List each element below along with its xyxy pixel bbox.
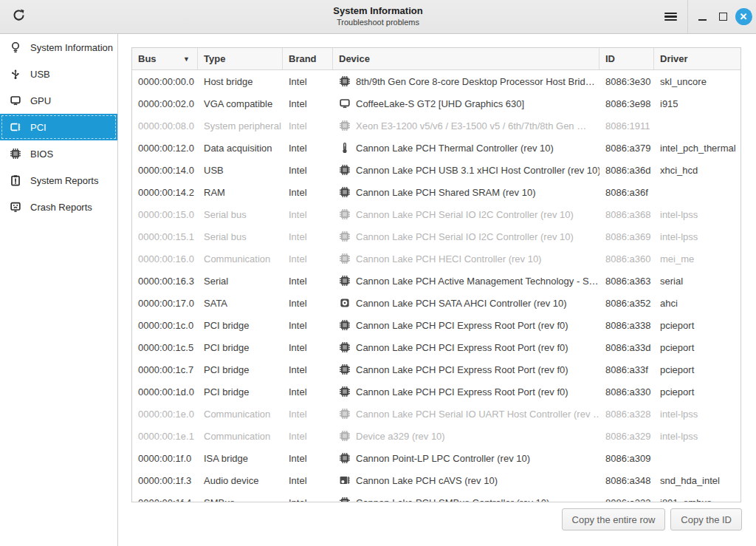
device-label: Device a329 (rev 10)	[356, 431, 445, 442]
table-row[interactable]: 0000:00:1f.0 ISA bridge Intel Cannon Poi…	[132, 447, 740, 469]
device-label: Cannon Lake PCH Serial IO UART Host Cont…	[356, 409, 599, 420]
cell-device: Device a329 (rev 10)	[333, 430, 599, 442]
table-row[interactable]: 0000:00:1c.7 PCI bridge Intel Cannon Lak…	[132, 358, 740, 381]
chip-icon	[339, 275, 351, 287]
table-row[interactable]: 0000:00:14.0 USB Intel Cannon Lake PCH U…	[132, 159, 740, 181]
chip-icon	[339, 231, 351, 242]
cell-brand: Intel	[283, 491, 333, 502]
cell-device: Cannon Lake PCH PCI Express Root Port (r…	[333, 319, 599, 331]
sidebar-item-system-information[interactable]: System Information	[0, 34, 117, 61]
cell-id: 8086:a33f	[599, 364, 654, 375]
chip-icon	[339, 386, 351, 397]
cell-device: 8th/9th Gen Core 8-core Desktop Processo…	[333, 75, 599, 87]
table-row[interactable]: 0000:00:00.0 Host bridge Intel 8th/9th G…	[132, 70, 740, 92]
sidebar-item-system-reports[interactable]: System Reports	[0, 167, 117, 194]
chip-icon	[339, 496, 351, 502]
device-label: Cannon Lake PCH Serial IO I2C Controller…	[356, 209, 574, 220]
cell-driver: intel-lpss	[654, 409, 740, 420]
table-row[interactable]: 0000:00:1e.0 Communication Intel Cannon …	[132, 403, 740, 425]
column-header-type[interactable]: Type	[198, 48, 283, 69]
device-label: Xeon E3-1200 v5/v6 / E3-1500 v5 / 6th/7t…	[356, 120, 586, 132]
refresh-button[interactable]	[7, 6, 30, 28]
device-label: Cannon Lake PCH SMBus Controller (rev 10…	[356, 497, 549, 503]
device-label: Cannon Lake PCH Thermal Controller (rev …	[356, 143, 554, 154]
cell-bus: 0000:00:1e.1	[132, 431, 198, 442]
close-button[interactable]: ✕	[732, 6, 755, 28]
maximize-icon	[719, 13, 727, 21]
table-row[interactable]: 0000:00:12.0 Data acquisition Intel Cann…	[132, 137, 740, 159]
cell-type: PCI bridge	[198, 342, 283, 353]
column-header-bus[interactable]: Bus ▼	[132, 48, 198, 69]
cell-brand: Intel	[283, 276, 333, 287]
cell-id: 8086:a309	[599, 453, 654, 464]
cell-bus: 0000:00:1f.4	[132, 491, 198, 502]
device-label: Cannon Lake PCH HECI Controller (rev 10)	[356, 253, 541, 265]
table-row[interactable]: 0000:00:1f.3 Audio device Intel Cannon L…	[132, 469, 740, 491]
column-header-brand[interactable]: Brand	[283, 48, 333, 69]
cell-driver: xhci_hcd	[654, 165, 740, 176]
chip-icon	[339, 319, 351, 331]
cell-id: 8086:a330	[599, 386, 654, 397]
cell-device: Cannon Lake PCH Serial IO I2C Controller…	[333, 208, 599, 220]
table-row[interactable]: 0000:00:1c.0 PCI bridge Intel Cannon Lak…	[132, 314, 740, 336]
table-row[interactable]: 0000:00:1d.0 PCI bridge Intel Cannon Lak…	[132, 381, 740, 403]
cell-bus: 0000:00:17.0	[132, 298, 198, 309]
cell-type: Host bridge	[198, 76, 283, 87]
sidebar-item-usb[interactable]: USB	[0, 61, 117, 87]
table-row[interactable]: 0000:00:15.0 Serial bus Intel Cannon Lak…	[132, 203, 740, 225]
cell-device: Cannon Lake PCH cAVS (rev 10)	[333, 474, 599, 486]
cell-driver: intel_pch_thermal	[654, 143, 740, 154]
cell-bus: 0000:00:14.0	[132, 165, 198, 176]
sidebar-item-bios[interactable]: BIOS	[0, 140, 117, 167]
cell-type: RAM	[198, 187, 283, 198]
cell-bus: 0000:00:15.0	[132, 209, 198, 220]
maximize-button[interactable]	[712, 6, 734, 28]
device-label: Cannon Lake PCH Active Management Techno…	[356, 276, 599, 287]
lightbulb-icon	[9, 41, 22, 53]
table-row[interactable]: 0000:00:1f.4 SMBus Intel Cannon Lake PCH…	[132, 491, 740, 502]
column-header-id[interactable]: ID	[599, 48, 654, 69]
column-header-driver[interactable]: Driver	[654, 48, 740, 69]
minimize-button[interactable]	[691, 6, 713, 28]
cell-bus: 0000:00:1f.0	[132, 453, 198, 464]
thermometer-icon	[339, 142, 351, 154]
cell-type: PCI bridge	[198, 320, 283, 331]
cell-id: 8086:3e30	[599, 76, 654, 87]
cell-id: 8086:a33d	[599, 342, 654, 353]
column-header-device[interactable]: Device	[333, 48, 599, 69]
sidebar-item-crash-reports[interactable]: Crash Reports	[0, 194, 117, 220]
cell-bus: 0000:00:00.0	[132, 76, 198, 87]
cell-device: CoffeeLake-S GT2 [UHD Graphics 630]	[333, 98, 599, 109]
table-row[interactable]: 0000:00:15.1 Serial bus Intel Cannon Lak…	[132, 225, 740, 248]
cell-id: 8086:a368	[599, 209, 654, 220]
cell-id: 8086:a338	[599, 320, 654, 331]
cell-driver: serial	[654, 276, 740, 287]
device-label: CoffeeLake-S GT2 [UHD Graphics 630]	[356, 98, 524, 109]
copy-entire-row-button[interactable]: Copy the entire row	[562, 508, 666, 530]
menu-button[interactable]	[659, 6, 681, 28]
cell-brand: Intel	[283, 165, 333, 176]
table-row[interactable]: 0000:00:1c.5 PCI bridge Intel Cannon Lak…	[132, 336, 740, 358]
cell-driver: intel-lpss	[654, 209, 740, 220]
sidebar-item-gpu[interactable]: GPU	[0, 87, 117, 114]
cell-device: Cannon Lake PCH SMBus Controller (rev 10…	[333, 491, 599, 502]
device-label: 8th/9th Gen Core 8-core Desktop Processo…	[356, 76, 595, 87]
chip-icon	[339, 364, 351, 375]
table-row[interactable]: 0000:00:14.2 RAM Intel Cannon Lake PCH S…	[132, 181, 740, 203]
sidebar-item-label: BIOS	[30, 149, 53, 160]
table-row[interactable]: 0000:00:02.0 VGA compatible Intel Coffee…	[132, 92, 740, 115]
cell-device: Cannon Lake PCH SATA AHCI Controller (re…	[333, 297, 599, 309]
cell-type: SATA	[198, 298, 283, 309]
cell-id: 8086:a369	[599, 231, 654, 242]
crash-screen-icon	[9, 201, 22, 213]
table-row[interactable]: 0000:00:16.3 Serial Intel Cannon Lake PC…	[132, 270, 740, 292]
copy-id-button[interactable]: Copy the ID	[670, 508, 742, 530]
cell-type: System peripheral	[198, 120, 283, 132]
chip-icon	[339, 430, 351, 442]
table-row[interactable]: 0000:00:16.0 Communication Intel Cannon …	[132, 248, 740, 270]
cell-type: ISA bridge	[198, 453, 283, 464]
table-row[interactable]: 0000:00:1e.1 Communication Intel Device …	[132, 425, 740, 447]
table-row[interactable]: 0000:00:08.0 System peripheral Intel Xeo…	[132, 115, 740, 137]
table-row[interactable]: 0000:00:17.0 SATA Intel Cannon Lake PCH …	[132, 292, 740, 314]
sidebar-item-pci[interactable]: PCI	[0, 114, 117, 140]
